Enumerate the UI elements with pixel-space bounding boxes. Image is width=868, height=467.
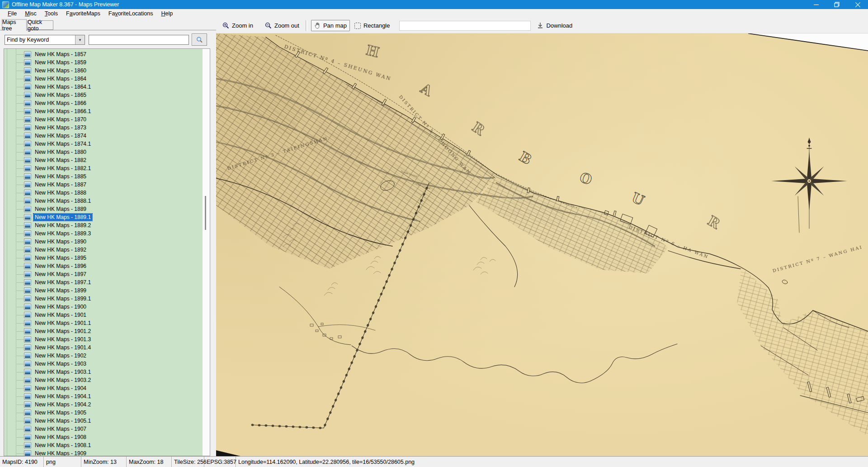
map-image-icon: [24, 190, 31, 196]
menu-favoritelocations[interactable]: FavoriteLocations: [104, 10, 157, 18]
tree-item[interactable]: New HK Maps - 1888.1: [4, 197, 203, 205]
zoom-out-button[interactable]: Zoom out: [262, 20, 302, 31]
tree-item[interactable]: New HK Maps - 1903: [4, 360, 203, 368]
tree-scrollbar[interactable]: [203, 49, 209, 456]
tree-item[interactable]: New HK Maps - 1889: [4, 205, 203, 213]
tree-branch-line: [16, 119, 24, 120]
minimize-button[interactable]: [806, 0, 826, 9]
tree-item[interactable]: New HK Maps - 1901: [4, 311, 203, 319]
map-image-icon: [24, 59, 31, 66]
tree-item[interactable]: New HK Maps - 1889.2: [4, 221, 203, 229]
map-image-icon: [24, 328, 31, 334]
tree-item[interactable]: New HK Maps - 1907: [4, 425, 203, 433]
tree-item[interactable]: New HK Maps - 1874.1: [4, 140, 203, 148]
tree-item[interactable]: New HK Maps - 1889.3: [4, 229, 203, 238]
tree-branch-line: [16, 291, 24, 291]
tree-item[interactable]: New HK Maps - 1901.3: [4, 335, 203, 343]
tree-item[interactable]: New HK Maps - 1892: [4, 246, 203, 254]
tree-branch-line: [16, 87, 24, 87]
app-icon: [2, 1, 9, 8]
menu-bar: FileMiscToolsFavoriteMapsFavoriteLocatio…: [0, 9, 868, 18]
map-image-icon: [24, 304, 31, 310]
tree-item[interactable]: New HK Maps - 1905.1: [4, 417, 203, 425]
menu-file[interactable]: File: [4, 10, 21, 18]
map-image-icon: [24, 418, 31, 424]
menu-tools[interactable]: Tools: [41, 10, 62, 18]
map-image-icon: [24, 108, 31, 114]
map-image-icon: [24, 206, 31, 212]
tree-branch-line: [16, 209, 24, 210]
tree-item[interactable]: New HK Maps - 1890: [4, 238, 203, 246]
tree-item[interactable]: New HK Maps - 1860: [4, 67, 203, 75]
tree-item[interactable]: New HK Maps - 1900: [4, 303, 203, 311]
map-viewport[interactable]: DISTRICT Nº 4 – SHEUNG WANDISTRICT Nº 5 …: [216, 33, 868, 456]
tree-item[interactable]: New HK Maps - 1880: [4, 148, 203, 156]
tree-item[interactable]: New HK Maps - 1887: [4, 181, 203, 189]
tree-item[interactable]: New HK Maps - 1864.1: [4, 83, 203, 91]
tree-item[interactable]: New HK Maps - 1889.1: [4, 213, 203, 221]
tree-item[interactable]: New HK Maps - 1901.1: [4, 319, 203, 327]
tree-branch-line: [16, 453, 24, 454]
tree-item[interactable]: New HK Maps - 1885: [4, 172, 203, 181]
tree-item-label: New HK Maps - 1905.1: [33, 417, 92, 424]
rectangle-button[interactable]: Rectangle: [352, 20, 393, 31]
tree-branch-line: [16, 429, 24, 429]
map-image-icon: [24, 124, 31, 131]
tree-item[interactable]: New HK Maps - 1903.2: [4, 376, 203, 384]
tree-item[interactable]: New HK Maps - 1866.1: [4, 107, 203, 115]
search-button[interactable]: [192, 33, 207, 46]
tree-item[interactable]: New HK Maps - 1899: [4, 286, 203, 295]
tree-item-label: New HK Maps - 1866: [33, 100, 88, 107]
pan-map-button[interactable]: Pan map: [311, 20, 350, 31]
close-button[interactable]: [847, 0, 868, 9]
tree-item[interactable]: New HK Maps - 1909: [4, 449, 203, 456]
tree-item[interactable]: New HK Maps - 1902: [4, 352, 203, 360]
tree-item[interactable]: New HK Maps - 1904.1: [4, 392, 203, 400]
tree-item[interactable]: New HK Maps - 1888: [4, 189, 203, 197]
tree-item[interactable]: New HK Maps - 1857: [4, 50, 203, 58]
map-preview[interactable]: DISTRICT Nº 4 – SHEUNG WANDISTRICT Nº 5 …: [216, 33, 868, 456]
tree-item[interactable]: New HK Maps - 1864: [4, 75, 203, 83]
tree-item-label: New HK Maps - 1860: [33, 67, 88, 74]
tab-quick-goto[interactable]: Quick goto: [27, 20, 53, 30]
map-image-icon: [24, 385, 31, 391]
tree-item[interactable]: New HK Maps - 1908: [4, 433, 203, 441]
tree-item[interactable]: New HK Maps - 1905: [4, 409, 203, 417]
search-input[interactable]: [89, 35, 189, 45]
tree-item[interactable]: New HK Maps - 1904.2: [4, 400, 203, 409]
maps-tree-panel: New HK Maps - 1857New HK Maps - 1859New …: [4, 48, 210, 456]
tree-item-label: New HK Maps - 1901.1: [33, 319, 92, 327]
tree-item[interactable]: New HK Maps - 1903.1: [4, 368, 203, 376]
menu-help[interactable]: Help: [157, 10, 177, 18]
tree-item[interactable]: New HK Maps - 1901.2: [4, 327, 203, 335]
tree-scrollbar-thumb[interactable]: [205, 196, 206, 230]
tree-item[interactable]: New HK Maps - 1882.1: [4, 164, 203, 172]
tree-item-label: New HK Maps - 1904.2: [33, 401, 92, 408]
tree-item-label: New HK Maps - 1899: [33, 287, 88, 294]
menu-misc[interactable]: Misc: [21, 10, 41, 18]
tree-item[interactable]: New HK Maps - 1865: [4, 91, 203, 99]
restore-button[interactable]: [826, 0, 847, 9]
tree-item[interactable]: New HK Maps - 1870: [4, 115, 203, 124]
tree-item[interactable]: New HK Maps - 1897.1: [4, 278, 203, 286]
tab-maps-tree[interactable]: Maps tree: [2, 19, 27, 31]
tree-item[interactable]: New HK Maps - 1904: [4, 384, 203, 392]
dropdown-arrow-icon[interactable]: ▼: [75, 35, 85, 44]
tree-item[interactable]: New HK Maps - 1873: [4, 124, 203, 132]
download-path-input[interactable]: [399, 21, 531, 31]
zoom-in-button[interactable]: Zoom in: [220, 20, 256, 31]
tree-branch-line: [16, 152, 24, 152]
menu-favoritemaps[interactable]: FavoriteMaps: [62, 10, 104, 18]
tree-item[interactable]: New HK Maps - 1866: [4, 99, 203, 107]
download-button[interactable]: Download: [534, 20, 575, 31]
tree-item[interactable]: New HK Maps - 1897: [4, 270, 203, 278]
find-mode-dropdown[interactable]: Find by Keyword ▼: [5, 35, 85, 45]
tree-item[interactable]: New HK Maps - 1895: [4, 254, 203, 262]
tree-item[interactable]: New HK Maps - 1882: [4, 156, 203, 164]
tree-item[interactable]: New HK Maps - 1874: [4, 132, 203, 140]
tree-item[interactable]: New HK Maps - 1899.1: [4, 295, 203, 303]
tree-item[interactable]: New HK Maps - 1908.1: [4, 441, 203, 449]
tree-item[interactable]: New HK Maps - 1896: [4, 262, 203, 270]
tree-item[interactable]: New HK Maps - 1901.4: [4, 343, 203, 352]
tree-item[interactable]: New HK Maps - 1859: [4, 58, 203, 67]
